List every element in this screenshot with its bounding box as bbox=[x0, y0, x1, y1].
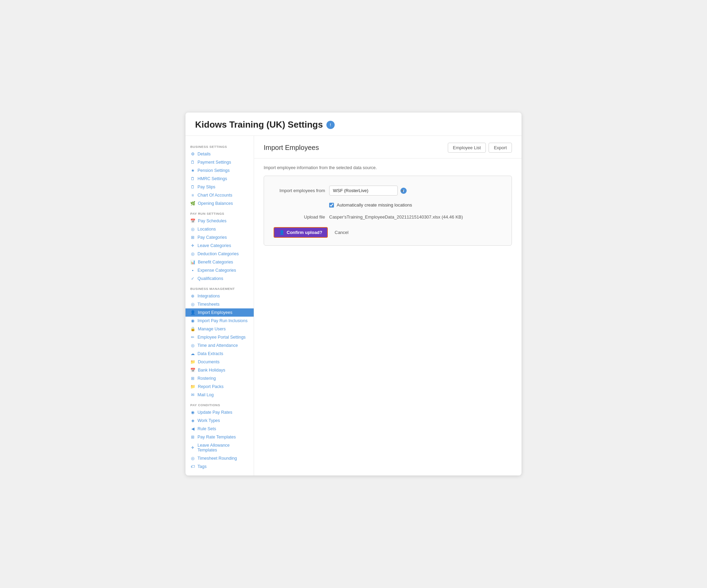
cancel-button[interactable]: Cancel bbox=[331, 228, 352, 237]
sidebar-item-pay-schedules[interactable]: 📅Pay Schedules bbox=[185, 217, 254, 225]
pay-slips-icon: 🗒 bbox=[190, 185, 195, 189]
sidebar-item-label-expense-categories: Expense Categories bbox=[197, 268, 236, 273]
employee-list-button[interactable]: Employee List bbox=[448, 143, 486, 153]
leave-allowance-templates-icon: ✈ bbox=[190, 445, 195, 450]
upload-label: Upload file bbox=[274, 214, 325, 220]
sidebar-item-import-employees[interactable]: 👤Import Employees bbox=[185, 308, 254, 317]
sidebar-item-employee-portal-settings[interactable]: ✏Employee Portal Settings bbox=[185, 333, 254, 341]
payment-settings-icon: 🗒 bbox=[190, 160, 195, 165]
sidebar-item-label-payment-settings: Payment Settings bbox=[197, 160, 231, 165]
qualifications-icon: ✓ bbox=[190, 276, 195, 281]
select-wrapper: WSF (RosterLive) Other Source ▼ i bbox=[329, 186, 407, 196]
sidebar-section-pay-conditions: PAY CONDITIONS bbox=[185, 399, 254, 408]
sidebar-item-documents[interactable]: 📁Documents bbox=[185, 358, 254, 366]
sidebar-item-label-mail-log: Mail Log bbox=[197, 392, 214, 397]
sidebar-item-manage-users[interactable]: 🔒Manage Users bbox=[185, 325, 254, 333]
app-title: Kidows Training (UK) Settings bbox=[195, 119, 323, 130]
sidebar-item-label-tags: Tags bbox=[197, 464, 206, 469]
sidebar-item-work-types[interactable]: ◈Work Types bbox=[185, 416, 254, 425]
pay-schedules-icon: 📅 bbox=[190, 219, 195, 223]
rostering-icon: ⊞ bbox=[190, 376, 195, 381]
import-from-select[interactable]: WSF (RosterLive) Other Source bbox=[329, 186, 398, 196]
import-from-label: Import employees from bbox=[274, 188, 325, 193]
sidebar-item-label-data-extracts: Data Extracts bbox=[197, 351, 223, 356]
sidebar-item-label-timesheet-rounding: Timesheet Rounding bbox=[197, 456, 237, 461]
sidebar-item-label-leave-categories: Leave Categories bbox=[197, 243, 231, 248]
sidebar-item-import-pay-run-inclusions[interactable]: ◉Import Pay Run Inclusions bbox=[185, 317, 254, 325]
sidebar-item-label-deduction-categories: Deduction Categories bbox=[197, 251, 239, 256]
sidebar-item-chart-of-accounts[interactable]: ≡Chart Of Accounts bbox=[185, 191, 254, 199]
notification-badge[interactable] bbox=[326, 121, 335, 129]
main-content: Import Employees Employee List Export Im… bbox=[254, 136, 522, 475]
integrations-icon: ⊕ bbox=[190, 294, 195, 298]
sidebar-item-pay-categories[interactable]: ⊞Pay Categories bbox=[185, 233, 254, 242]
sidebar-item-tags[interactable]: 🏷Tags bbox=[185, 462, 254, 471]
sidebar-item-leave-categories[interactable]: ✈Leave Categories bbox=[185, 242, 254, 250]
sidebar-item-opening-balances[interactable]: 🌿Opening Balances bbox=[185, 199, 254, 208]
benefit-categories-icon: 📊 bbox=[190, 260, 195, 264]
sidebar-item-timesheets[interactable]: ◎Timesheets bbox=[185, 300, 254, 308]
sidebar-item-label-pay-rate-templates: Pay Rate Templates bbox=[197, 435, 236, 439]
pay-categories-icon: ⊞ bbox=[190, 235, 195, 240]
sidebar-section-business-management: BUSINESS MANAGEMENT bbox=[185, 283, 254, 292]
sidebar-item-label-update-pay-rates: Update Pay Rates bbox=[197, 410, 232, 415]
sidebar-item-label-integrations: Integrations bbox=[197, 294, 220, 298]
sidebar-item-details[interactable]: ⚙Details bbox=[185, 150, 254, 158]
sidebar-item-mail-log[interactable]: ✉Mail Log bbox=[185, 391, 254, 399]
sidebar-item-label-manage-users: Manage Users bbox=[198, 327, 226, 331]
sidebar-item-pay-slips[interactable]: 🗒Pay Slips bbox=[185, 183, 254, 191]
sidebar-item-label-opening-balances: Opening Balances bbox=[198, 201, 233, 206]
sidebar-item-rostering[interactable]: ⊞Rostering bbox=[185, 374, 254, 383]
sidebar-item-deduction-categories[interactable]: ◎Deduction Categories bbox=[185, 250, 254, 258]
rule-sets-icon: ◀ bbox=[190, 426, 195, 431]
sidebar-item-data-extracts[interactable]: ☁Data Extracts bbox=[185, 350, 254, 358]
opening-balances-icon: 🌿 bbox=[190, 201, 195, 206]
header-actions: Employee List Export bbox=[448, 143, 512, 153]
sidebar-item-qualifications[interactable]: ✓Qualifications bbox=[185, 274, 254, 283]
sidebar-item-pension-settings[interactable]: ★Pension Settings bbox=[185, 166, 254, 175]
import-employees-icon: 👤 bbox=[190, 310, 195, 315]
sidebar-item-label-locations: Locations bbox=[197, 227, 216, 232]
pay-rate-templates-icon: ⊞ bbox=[190, 435, 195, 439]
sidebar-item-payment-settings[interactable]: 🗒Payment Settings bbox=[185, 158, 254, 166]
sidebar-item-label-pay-categories: Pay Categories bbox=[197, 235, 227, 240]
sidebar-item-locations[interactable]: ◎Locations bbox=[185, 225, 254, 233]
sidebar-item-leave-allowance-templates[interactable]: ✈Leave Allowance Templates bbox=[185, 441, 254, 454]
auto-create-label: Automatically create missing locations bbox=[337, 202, 412, 208]
export-button[interactable]: Export bbox=[489, 143, 512, 153]
sidebar-item-bank-holidays[interactable]: 📅Bank Holidays bbox=[185, 366, 254, 374]
sidebar-item-label-rule-sets: Rule Sets bbox=[197, 426, 216, 431]
sidebar-item-report-packs[interactable]: 📁Report Packs bbox=[185, 383, 254, 391]
sidebar-section-business-settings: BUSINESS SETTINGS bbox=[185, 141, 254, 150]
sidebar-item-expense-categories[interactable]: ▪Expense Categories bbox=[185, 266, 254, 274]
timesheet-rounding-icon: ◎ bbox=[190, 456, 195, 461]
checkbox-row: Automatically create missing locations bbox=[329, 202, 502, 208]
sidebar-item-label-report-packs: Report Packs bbox=[198, 384, 224, 389]
time-and-attendance-icon: ◎ bbox=[190, 343, 195, 348]
sidebar-item-timesheet-rounding[interactable]: ◎Timesheet Rounding bbox=[185, 454, 254, 462]
sidebar-item-update-pay-rates[interactable]: ◉Update Pay Rates bbox=[185, 408, 254, 416]
sidebar-item-rule-sets[interactable]: ◀Rule Sets bbox=[185, 425, 254, 433]
sidebar-item-integrations[interactable]: ⊕Integrations bbox=[185, 292, 254, 300]
sidebar-item-hmrc-settings[interactable]: 🗒HMRC Settings bbox=[185, 175, 254, 183]
work-types-icon: ◈ bbox=[190, 418, 195, 423]
sidebar-item-label-pension-settings: Pension Settings bbox=[197, 168, 230, 173]
sidebar-item-label-leave-allowance-templates: Leave Allowance Templates bbox=[197, 443, 249, 452]
sidebar-item-label-details: Details bbox=[197, 152, 211, 156]
app-container: Kidows Training (UK) Settings BUSINESS S… bbox=[185, 113, 522, 475]
sidebar-item-label-bank-holidays: Bank Holidays bbox=[198, 368, 225, 373]
import-pay-run-inclusions-icon: ◉ bbox=[190, 318, 195, 323]
report-packs-icon: 📁 bbox=[190, 384, 195, 389]
sidebar-item-benefit-categories[interactable]: 📊Benefit Categories bbox=[185, 258, 254, 266]
sidebar-item-time-and-attendance[interactable]: ◎Time and Attendance bbox=[185, 341, 254, 350]
main-body: Import employee information from the sel… bbox=[254, 158, 522, 252]
auto-create-checkbox[interactable] bbox=[329, 203, 334, 208]
pension-settings-icon: ★ bbox=[190, 168, 195, 173]
tags-icon: 🏷 bbox=[190, 464, 195, 469]
confirm-upload-button[interactable]: 👤 Confirm upload? bbox=[274, 227, 328, 238]
info-icon[interactable]: i bbox=[400, 188, 407, 194]
sidebar-item-pay-rate-templates[interactable]: ⊞Pay Rate Templates bbox=[185, 433, 254, 441]
form-card: Import employees from WSF (RosterLive) O… bbox=[264, 176, 512, 246]
sidebar-item-label-chart-of-accounts: Chart Of Accounts bbox=[197, 193, 232, 198]
details-icon: ⚙ bbox=[190, 152, 195, 156]
